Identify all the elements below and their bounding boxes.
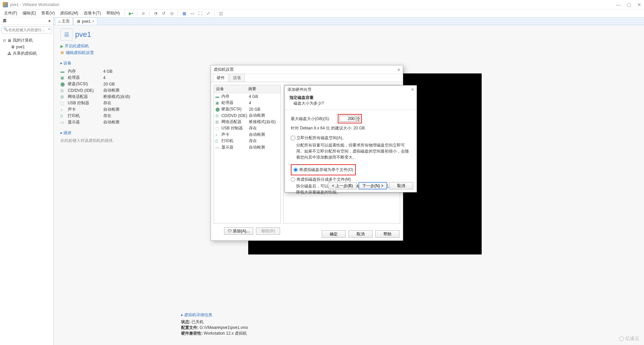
tab-options[interactable]: 选项 bbox=[229, 74, 245, 82]
tree-item-pve1[interactable]: 🖥 pve1 bbox=[1, 44, 52, 50]
device-value: 自动检测 bbox=[249, 113, 265, 118]
disk-size-input[interactable] bbox=[339, 116, 356, 122]
close-button[interactable]: ✕ bbox=[637, 2, 641, 7]
help-button[interactable]: 帮助 bbox=[375, 230, 399, 238]
device-row[interactable]: ⊞网络适配器桥接模式(自动) bbox=[214, 119, 280, 125]
computer-icon: 🖥 bbox=[7, 38, 11, 43]
device-row[interactable]: ⬤硬盘(SCSI)20 GB bbox=[214, 106, 280, 112]
menu-vm[interactable]: 虚拟机(M) bbox=[58, 10, 80, 17]
tab-label: pve1 bbox=[82, 19, 91, 24]
close-icon[interactable]: × bbox=[397, 67, 400, 72]
cancel-button[interactable]: 取消 bbox=[389, 182, 413, 189]
col-summary: 摘要 bbox=[246, 85, 258, 93]
device-label: 声卡 bbox=[221, 132, 248, 137]
vm-details-title: ▸ 虚拟机详细信息 bbox=[181, 312, 248, 318]
spin-up-icon[interactable]: ▲ bbox=[356, 116, 360, 119]
show-console-icon[interactable]: ▦ bbox=[181, 10, 187, 17]
config-value: G:\VMware\pve1\pve1.vmx bbox=[200, 325, 248, 330]
config-label: 配置文件: bbox=[181, 325, 199, 330]
sidebar: 库 × ⊟ 🖥 我的计算机 🖥 pve1 🖧 共享的虚拟机 bbox=[0, 17, 54, 345]
device-icon: ⬤ bbox=[60, 82, 66, 87]
device-row[interactable]: ▭显示器自动检测 bbox=[214, 144, 280, 151]
device-value: 存在 bbox=[249, 125, 257, 131]
tab-close-icon[interactable]: × bbox=[92, 19, 94, 24]
device-value: 自动检测 bbox=[103, 119, 119, 125]
device-icon: ▭ bbox=[215, 145, 220, 150]
power-on-link[interactable]: ▶开启此虚拟机 bbox=[60, 43, 637, 49]
device-icon: ▬ bbox=[215, 94, 220, 99]
watermark-logo-icon bbox=[619, 336, 624, 341]
sidebar-search bbox=[0, 25, 53, 35]
add-hardware-wizard: 添加硬件向导 × 指定磁盘容量 磁盘大小为多少? 最大磁盘大小(GB)(S): … bbox=[284, 85, 417, 192]
radio-single-file[interactable] bbox=[293, 168, 298, 172]
remove-button: 移除(R) bbox=[256, 227, 280, 235]
device-icon: ⎙ bbox=[60, 114, 66, 118]
app-icon bbox=[3, 2, 8, 7]
allocate-now-checkbox[interactable] bbox=[291, 136, 295, 140]
manage-snapshot-icon[interactable]: ◷ bbox=[168, 10, 175, 17]
tree-root-my-computer[interactable]: ⊟ 🖥 我的计算机 bbox=[1, 37, 52, 44]
next-button[interactable]: 下一步(N) > bbox=[359, 182, 387, 189]
fullscreen-icon[interactable]: ⤢ bbox=[205, 10, 212, 17]
close-icon[interactable]: × bbox=[411, 87, 414, 92]
titlebar: pve1 - VMware Workstation — ▢ ✕ bbox=[0, 0, 644, 9]
edit-settings-link[interactable]: 🛠编辑虚拟机设置 bbox=[60, 50, 637, 56]
tree-root-label: 我的计算机 bbox=[13, 38, 33, 43]
menu-edit[interactable]: 编辑(E) bbox=[20, 10, 38, 17]
device-row[interactable]: ▣处理器4 bbox=[214, 100, 280, 106]
device-value: 4 GB bbox=[249, 94, 258, 99]
separator bbox=[124, 10, 125, 16]
menu-tabs[interactable]: 选项卡(T) bbox=[82, 10, 103, 17]
radio-split-file[interactable] bbox=[291, 177, 295, 182]
tab-hardware[interactable]: 硬件 bbox=[213, 74, 228, 82]
minimize-button[interactable]: — bbox=[616, 2, 621, 7]
menu-help[interactable]: 帮助(H) bbox=[104, 10, 122, 17]
revert-icon[interactable]: ↺ bbox=[160, 10, 167, 17]
device-label: 打印机 bbox=[221, 138, 248, 144]
spin-down-icon[interactable]: ▼ bbox=[356, 119, 360, 122]
menu-file[interactable]: 文件(F) bbox=[2, 10, 19, 17]
device-row[interactable]: ♪声卡自动检测 bbox=[214, 131, 280, 138]
device-value: 自动检测 bbox=[249, 132, 265, 137]
device-icon: ⬚ bbox=[215, 126, 220, 131]
unity-icon[interactable]: ◫ bbox=[217, 10, 224, 17]
back-button[interactable]: < 上一步(B) bbox=[328, 182, 357, 189]
device-label: 内存 bbox=[68, 68, 101, 74]
device-label: CD/DVD (IDE) bbox=[221, 113, 248, 118]
thumbnail-icon[interactable]: ▭ bbox=[189, 10, 196, 17]
device-row[interactable]: ◎CD/DVD (IDE)自动检测 bbox=[214, 112, 280, 119]
ok-button[interactable]: 确定 bbox=[322, 230, 346, 238]
device-label: 内存 bbox=[221, 94, 248, 99]
device-value: 自动检测 bbox=[103, 107, 119, 112]
stretch-icon[interactable]: ⛶ bbox=[197, 10, 204, 17]
separator bbox=[214, 10, 215, 16]
add-button[interactable]: 🛡 添加(A)... bbox=[224, 227, 253, 235]
window-controls: — ▢ ✕ bbox=[616, 2, 641, 7]
search-input[interactable] bbox=[1, 26, 52, 34]
sidebar-close[interactable]: × bbox=[48, 19, 51, 23]
device-label: 硬盘(SCSI) bbox=[221, 106, 248, 112]
device-icon: ⬚ bbox=[60, 101, 66, 106]
device-row[interactable]: ⬚USB 控制器存在 bbox=[214, 125, 280, 131]
tree-shared-vms[interactable]: 🖧 共享的虚拟机 bbox=[1, 50, 52, 57]
device-label: 处理器 bbox=[221, 100, 248, 106]
device-label: 硬盘(SCSI) bbox=[68, 81, 101, 87]
state-label: 状态: bbox=[181, 320, 191, 324]
device-value: 存在 bbox=[249, 138, 257, 144]
tab-pve1[interactable]: 🖥 pve1 × bbox=[73, 17, 97, 25]
menu-view[interactable]: 查看(V) bbox=[39, 10, 57, 17]
tab-label: 主页 bbox=[62, 18, 70, 24]
play-icon[interactable]: ▶▾ bbox=[127, 10, 134, 17]
device-icon: ⊞ bbox=[60, 95, 66, 99]
tab-home[interactable]: ⌂ 主页 bbox=[55, 17, 73, 25]
device-value: 桥接模式(自动) bbox=[249, 119, 276, 125]
tree-toggle-icon[interactable]: ⊟ bbox=[3, 39, 6, 42]
device-row[interactable]: ▬内存4 GB bbox=[214, 93, 280, 100]
sidebar-tree: ⊟ 🖥 我的计算机 🖥 pve1 🖧 共享的虚拟机 bbox=[0, 35, 53, 345]
snapshot-icon[interactable]: ◔ bbox=[152, 10, 159, 17]
cancel-button[interactable]: 取消 bbox=[348, 230, 373, 238]
device-row[interactable]: ⎙打印机存在 bbox=[214, 138, 280, 144]
maximize-button[interactable]: ▢ bbox=[627, 2, 631, 7]
send-keys-icon[interactable]: ⎚ bbox=[140, 10, 147, 17]
device-label: 显示器 bbox=[68, 119, 101, 125]
